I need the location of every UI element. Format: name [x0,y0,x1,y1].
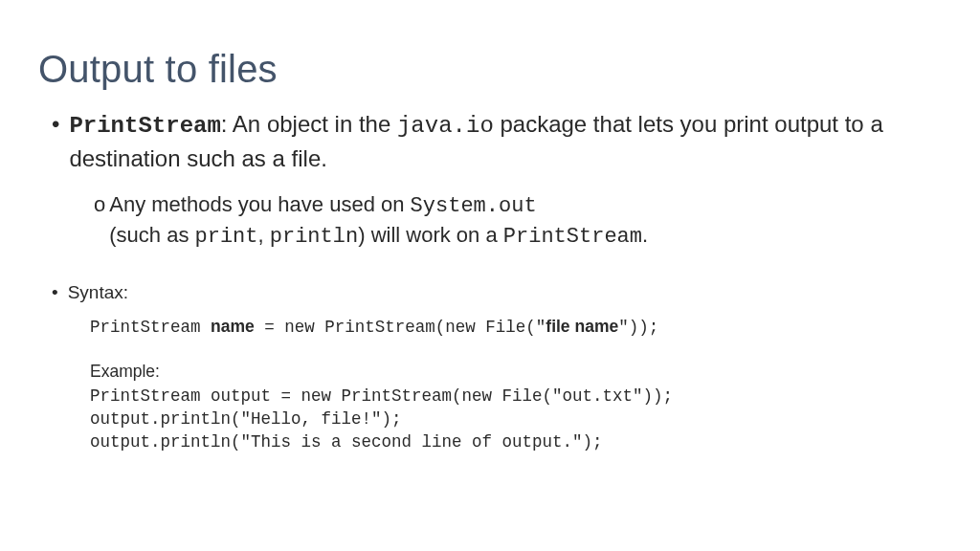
syntax-seg-a: PrintStream [90,318,211,337]
example-line-2: output.println("Hello, file!"); [90,408,942,430]
term-printstream-2: PrintStream [503,225,642,249]
syntax-label: Syntax: [68,280,128,305]
sub-seg-1a: Any methods you have used on [109,192,410,216]
sub-seg-2a: (such as [109,223,194,247]
syntax-seg-c: ")); [618,318,658,337]
slide-title: Output to files [38,48,942,91]
term-printstream: PrintStream [69,113,220,139]
sub-bullet-marker: o [94,190,105,219]
syntax-filename-placeholder: file name [546,317,618,336]
term-systemout: System.out [411,194,537,218]
syntax-code-line: PrintStream name = new PrintStream(new F… [90,315,942,339]
sub-bullet: o Any methods you have used on System.ou… [38,190,942,252]
term-print: print [195,225,258,249]
bullet-1: • PrintStream: An object in the java.io … [38,108,942,175]
sub-seg-2c: , [258,223,270,247]
syntax-code-block: PrintStream name = new PrintStream(new F… [90,315,942,453]
bullet-syntax: • Syntax: [38,280,942,305]
example-label: Example: [90,360,942,383]
syntax-name-placeholder: name [211,317,255,336]
term-javaio: java.io [397,113,494,139]
bullet-dot-icon: • [52,280,58,305]
bullet-1-text: PrintStream: An object in the java.io pa… [69,108,942,175]
example-line-3: output.println("This is a second line of… [90,430,942,453]
sub-seg-2e: ) will work on a [358,223,503,247]
sub-seg-2g: . [642,223,648,247]
bullet-dot-icon: • [52,108,59,141]
bullet-1-seg-a: : An object in the [221,111,397,137]
sub-bullet-text: Any methods you have used on System.out … [109,190,942,252]
example-line-1: PrintStream output = new PrintStream(new… [90,385,942,408]
syntax-seg-b: = new PrintStream(new File(" [255,318,546,337]
term-println: println [270,225,358,249]
